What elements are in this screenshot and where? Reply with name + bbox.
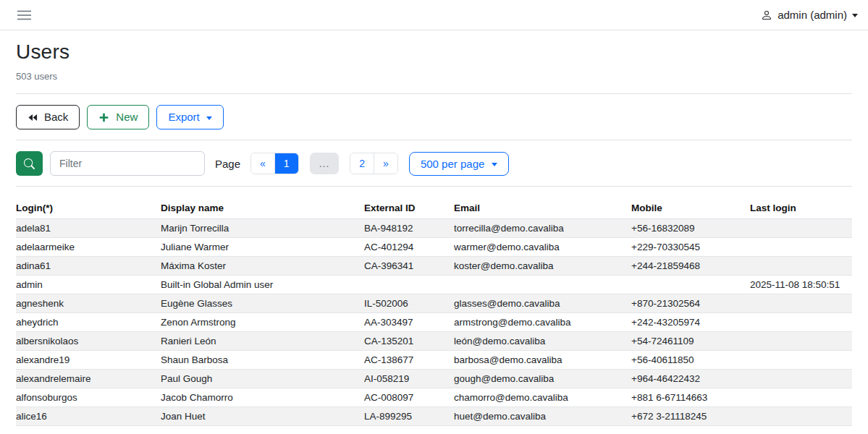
users-table-container: Login(*)Display nameExternal IDEmailMobi… xyxy=(16,197,852,426)
user-menu[interactable]: admin (admin) xyxy=(761,9,858,21)
per-page-dropdown[interactable]: 500 per page xyxy=(409,152,509,176)
cell-mobile: +244-21859468 xyxy=(631,257,750,276)
topbar: admin (admin) xyxy=(0,0,868,30)
table-row[interactable]: albersnikolaos Ranieri León CA-135201 le… xyxy=(16,332,852,351)
pagination: «1...2» xyxy=(250,153,398,174)
cell-external-id: LA-899295 xyxy=(364,407,454,426)
cell-display-name: Eugène Glasses xyxy=(161,294,364,313)
users-table: Login(*)Display nameExternal IDEmailMobi… xyxy=(16,197,852,426)
cell-login: alfonsoburgos xyxy=(16,388,161,407)
cell-display-name: Joan Huet xyxy=(161,407,364,426)
cell-email: barbosa@demo.cavaliba xyxy=(454,351,631,370)
page-item-»[interactable]: » xyxy=(374,153,397,174)
user-menu-label: admin (admin) xyxy=(778,9,847,21)
cell-mobile: +56-16832089 xyxy=(631,219,750,238)
back-button[interactable]: Back xyxy=(16,105,80,129)
caret-down-icon xyxy=(206,116,212,120)
page-item-...: ... xyxy=(311,153,339,174)
pagination-group: ... xyxy=(310,153,340,174)
export-button-label: Export xyxy=(168,110,199,124)
cell-login: albersnikolaos xyxy=(16,332,161,351)
column-header-login: Login(*) xyxy=(16,197,161,219)
user-count: 503 users xyxy=(16,71,852,82)
divider xyxy=(16,186,852,187)
cell-login: alexandre19 xyxy=(16,351,161,370)
cell-last-login xyxy=(750,238,852,257)
cell-display-name: Built-in Global Admin user xyxy=(161,276,364,294)
cell-mobile xyxy=(631,276,750,294)
cell-external-id: AI-058219 xyxy=(364,370,454,388)
cell-display-name: Juliane Warmer xyxy=(161,238,364,257)
table-row[interactable]: alexandre19 Shaun Barbosa AC-138677 barb… xyxy=(16,351,852,370)
cell-mobile: +672 3-21118245 xyxy=(631,407,750,426)
table-row[interactable]: adina61 Máxima Koster CA-396341 koster@d… xyxy=(16,257,852,276)
table-row[interactable]: admin Built-in Global Admin user 2025-11… xyxy=(16,276,852,294)
cell-last-login xyxy=(750,370,852,388)
pagination-group: «1 xyxy=(250,153,299,174)
cell-login: agneshenk xyxy=(16,294,161,313)
cell-display-name: Máxima Koster xyxy=(161,257,364,276)
table-row[interactable]: alexandrelemaire Paul Gough AI-058219 go… xyxy=(16,370,852,388)
export-button[interactable]: Export xyxy=(156,105,223,129)
pagination-group: 2» xyxy=(350,153,398,174)
table-row[interactable]: alice16 Joan Huet LA-899295 huet@demo.ca… xyxy=(16,407,852,426)
cell-external-id: AC-138677 xyxy=(364,351,454,370)
cell-login: alexandrelemaire xyxy=(16,370,161,388)
users-table-header: Login(*)Display nameExternal IDEmailMobi… xyxy=(16,197,852,219)
main-content: Users 503 users Back New Export Page xyxy=(0,41,868,426)
filter-input[interactable] xyxy=(50,151,205,176)
cell-email: huet@demo.cavaliba xyxy=(454,407,631,426)
cell-last-login xyxy=(750,294,852,313)
search-button[interactable] xyxy=(16,151,43,176)
cell-last-login: 2025-11-08 18:50:51 xyxy=(750,276,852,294)
cell-email: chamorro@demo.cavaliba xyxy=(454,388,631,407)
per-page-label: 500 per page xyxy=(421,158,484,170)
cell-last-login xyxy=(750,351,852,370)
cell-external-id: AC-008097 xyxy=(364,388,454,407)
column-header-mobile: Mobile xyxy=(631,197,750,219)
cell-email: koster@demo.cavaliba xyxy=(454,257,631,276)
table-row[interactable]: adela81 Marijn Torrecilla BA-948192 torr… xyxy=(16,219,852,238)
toolbar: Back New Export xyxy=(16,94,852,140)
filter-bar: Page «1...2» 500 per page xyxy=(16,140,852,186)
table-row[interactable]: aheydrich Zenon Armstrong AA-303497 arms… xyxy=(16,313,852,332)
cell-mobile: +229-70330545 xyxy=(631,238,750,257)
cell-external-id: BA-948192 xyxy=(364,219,454,238)
cell-mobile: +870-21302564 xyxy=(631,294,750,313)
cell-external-id: IL-502006 xyxy=(364,294,454,313)
header-row: Login(*)Display nameExternal IDEmailMobi… xyxy=(16,197,852,219)
cell-last-login xyxy=(750,407,852,426)
users-table-body: adela81 Marijn Torrecilla BA-948192 torr… xyxy=(16,219,852,426)
cell-email: torrecilla@demo.cavaliba xyxy=(454,219,631,238)
back-button-label: Back xyxy=(44,110,68,124)
cell-external-id xyxy=(364,276,454,294)
table-row[interactable]: agneshenk Eugène Glasses IL-502006 glass… xyxy=(16,294,852,313)
page-item-1[interactable]: 1 xyxy=(274,153,298,174)
cell-display-name: Shaun Barbosa xyxy=(161,351,364,370)
column-header-last_login: Last login xyxy=(750,197,852,219)
cell-email xyxy=(454,276,631,294)
cell-last-login xyxy=(750,332,852,351)
cell-last-login xyxy=(750,257,852,276)
table-row[interactable]: alfonsoburgos Jacob Chamorro AC-008097 c… xyxy=(16,388,852,407)
menu-icon[interactable] xyxy=(17,9,31,21)
cell-email: gough@demo.cavaliba xyxy=(454,370,631,388)
cell-external-id: AC-401294 xyxy=(364,238,454,257)
cell-login: adina61 xyxy=(16,257,161,276)
plus-icon xyxy=(98,112,109,123)
cell-login: admin xyxy=(16,276,161,294)
cell-display-name: Ranieri León xyxy=(161,332,364,351)
new-button[interactable]: New xyxy=(87,105,149,129)
page-title: Users xyxy=(16,41,852,64)
cell-last-login xyxy=(750,219,852,238)
cell-external-id: AA-303497 xyxy=(364,313,454,332)
table-row[interactable]: adelaarmeike Juliane Warmer AC-401294 wa… xyxy=(16,238,852,257)
cell-last-login xyxy=(750,388,852,407)
cell-login: alice16 xyxy=(16,407,161,426)
cell-display-name: Paul Gough xyxy=(161,370,364,388)
cell-login: adela81 xyxy=(16,219,161,238)
caret-down-icon xyxy=(492,163,497,166)
page-item-2[interactable]: 2 xyxy=(350,153,374,174)
page-item-«[interactable]: « xyxy=(251,153,274,174)
cell-mobile: +964-46422432 xyxy=(631,370,750,388)
